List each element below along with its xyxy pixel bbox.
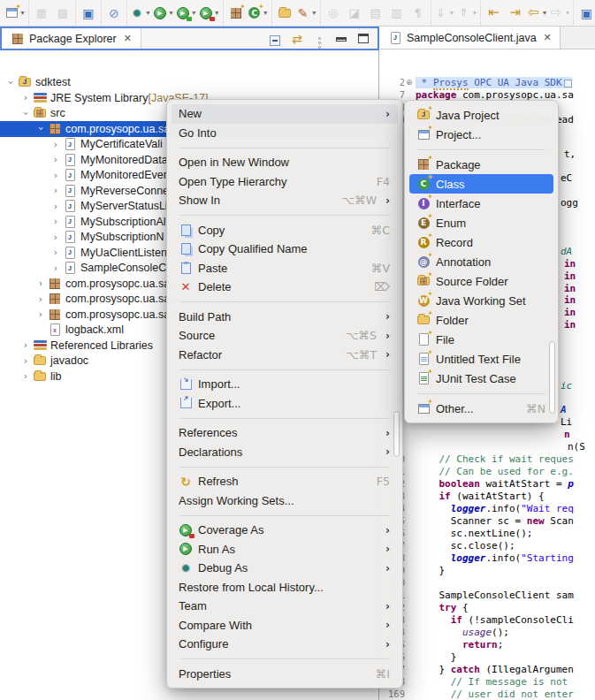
copy-qualified-name-menu-item[interactable]: Copy Qualified Name (172, 240, 398, 259)
annotation-menu-item[interactable]: @✦Annotation (409, 252, 553, 271)
package-explorer-tab[interactable]: Package Explorer ✕ (2, 28, 141, 49)
debug-button[interactable]: ✹▼ (130, 3, 151, 24)
expander-icon[interactable]: › (5, 76, 17, 88)
open-task-button[interactable] (275, 3, 294, 24)
class-menu-item[interactable]: C✦Class (409, 174, 553, 194)
other-menu-item[interactable]: ✦Other...⌘N (409, 399, 553, 418)
expander-icon[interactable]: › (50, 232, 62, 243)
interface-menu-item[interactable]: I✦Interface (409, 194, 553, 213)
open-type-hierarchy-menu-item[interactable]: Open Type HierarchyF4 (172, 172, 398, 192)
java-project-menu-item[interactable]: J✦Java Project (409, 105, 553, 125)
debug-as-menu-item[interactable]: ✹Debug As› (172, 559, 398, 578)
minimize-button[interactable] (334, 29, 348, 49)
expander-icon[interactable]: › (50, 154, 62, 165)
dropdown-caret-icon[interactable]: ▼ (564, 10, 570, 16)
delete-menu-item[interactable]: ✕Delete⌦ (172, 278, 398, 297)
dropdown-caret-icon[interactable]: ▼ (449, 10, 455, 16)
source-menu-item[interactable]: Source⌥⌘S› (172, 326, 398, 346)
profile-button[interactable]: ▶▼ (199, 3, 220, 24)
build-path-menu-item[interactable]: Build Path› (172, 308, 398, 327)
assign-working-sets-menu-item[interactable]: Assign Working Sets... (172, 491, 398, 511)
folder-menu-item[interactable]: ✦Folder (409, 310, 553, 330)
untitled-text-file-menu-item[interactable]: ✦Untitled Text File (409, 349, 553, 369)
expander-icon[interactable]: › (50, 170, 62, 181)
declarations-menu-item[interactable]: Declarations› (172, 443, 398, 462)
package-menu-item[interactable]: ✦Package (409, 155, 553, 174)
expander-icon[interactable]: › (19, 339, 32, 351)
paste-menu-item[interactable]: Paste⌘V (172, 259, 398, 278)
refresh-menu-item[interactable]: ↻RefreshF5 (172, 472, 398, 491)
dropdown-caret-icon[interactable]: ▼ (263, 10, 269, 16)
restore-from-local-history-menu-item[interactable]: Restore from Local History... (172, 578, 398, 597)
expander-icon[interactable]: › (34, 278, 47, 289)
expander-icon[interactable]: › (20, 107, 32, 119)
refactor-menu-item[interactable]: Refactor⌥⌘T› (172, 346, 398, 365)
expander-icon[interactable]: › (50, 201, 62, 212)
go-into-menu-item[interactable]: Go Into (172, 124, 398, 143)
properties-menu-item[interactable]: Properties⌘I (172, 665, 398, 684)
new-submenu-scrollbar[interactable] (549, 341, 555, 414)
dropdown-caret-icon[interactable]: ▼ (191, 10, 197, 16)
dropdown-caret-icon[interactable]: ▼ (168, 10, 174, 16)
file-menu-item[interactable]: ✦File (409, 330, 553, 349)
coverage-as-menu-item[interactable]: ▶Coverage As› (172, 521, 398, 540)
view-menu-button[interactable] (312, 27, 326, 50)
new-java-class-button[interactable]: C✦▼ (248, 3, 269, 24)
search-button[interactable]: ✎▼ (296, 3, 317, 24)
import-menu-item[interactable]: Import... (172, 375, 398, 394)
maximize-button[interactable] (356, 31, 370, 47)
references-menu-item[interactable]: References› (172, 423, 398, 443)
context-menu-scrollbar[interactable] (393, 411, 400, 457)
link-with-editor-button[interactable]: ⇄ (290, 31, 304, 47)
configure-menu-item[interactable]: Configure› (172, 635, 398, 654)
expander-icon[interactable]: › (34, 293, 47, 305)
java-working-set-menu-item[interactable]: W✦Java Working Set (409, 291, 553, 310)
restore-window-button[interactable]: ▣ (576, 3, 595, 24)
expander-icon[interactable]: › (50, 216, 62, 227)
dropdown-caret-icon[interactable]: ▼ (311, 10, 317, 16)
expander-icon[interactable]: › (34, 308, 47, 320)
show-in-menu-item[interactable]: Show In⌥⌘W› (172, 191, 398, 210)
dropdown-caret-icon[interactable]: ▼ (472, 10, 478, 16)
project-menu-item[interactable]: ✦Project... (409, 125, 553, 144)
copy-menu-item[interactable]: Copy⌘C (172, 221, 398, 240)
expander-icon[interactable]: › (19, 92, 32, 103)
expander-icon[interactable]: › (19, 355, 32, 367)
expander-icon[interactable]: › (35, 123, 47, 135)
expander-icon[interactable]: › (50, 262, 62, 274)
expander-icon[interactable]: › (50, 247, 62, 258)
expander-icon[interactable]: › (50, 139, 62, 150)
dropdown-caret-icon[interactable]: ▼ (214, 10, 220, 16)
junit-test-case-menu-item[interactable]: ✦JUnit Test Case (409, 369, 553, 388)
editor-tab[interactable]: J SampleConsoleClient.java ✕ (380, 27, 561, 49)
next-edit-location-button[interactable]: ⇥ (505, 3, 524, 24)
run-button[interactable]: ▶▼ (153, 3, 174, 24)
close-icon[interactable]: ✕ (544, 32, 552, 43)
new-wizard-button[interactable]: ✦▼ (4, 3, 26, 24)
tree-item-sdktest[interactable]: ›Jsdktest (0, 74, 379, 90)
source-folder-menu-item[interactable]: ✦Source Folder (409, 271, 553, 291)
skip-all-breakpoints-button[interactable]: ⊘ (104, 3, 124, 24)
record-menu-item[interactable]: R✦Record (409, 232, 553, 252)
compare-with-menu-item[interactable]: Compare With› (172, 616, 398, 635)
folded-region-icon[interactable] (564, 80, 572, 88)
enum-menu-item[interactable]: E✦Enum (409, 213, 553, 232)
back-history-button[interactable]: ⇦▼ (526, 3, 547, 24)
last-edit-location-button[interactable]: ⇤ (484, 3, 503, 24)
open-in-new-window-menu-item[interactable]: Open in New Window (172, 153, 398, 172)
close-icon[interactable]: ✕ (124, 33, 132, 44)
expander-icon[interactable]: › (50, 185, 62, 196)
dropdown-caret-icon[interactable]: ▼ (19, 10, 26, 16)
open-console-button[interactable]: ▣ (79, 3, 98, 24)
collapse-all-button[interactable] (268, 29, 282, 48)
coverage-button[interactable]: ▶▼ (176, 3, 197, 24)
fold-marker-icon[interactable]: ⊕ (406, 77, 413, 88)
team-menu-item[interactable]: Team› (172, 597, 398, 616)
export-menu-item[interactable]: Export... (172, 394, 398, 414)
dropdown-caret-icon[interactable]: ▼ (145, 10, 151, 16)
new-java-package-button[interactable]: ✦ (226, 3, 246, 24)
expander-icon[interactable]: › (19, 370, 32, 382)
run-as-menu-item[interactable]: ▶Run As› (172, 540, 398, 559)
dropdown-caret-icon[interactable]: ▼ (541, 10, 547, 16)
new-menu-item[interactable]: New› (172, 104, 398, 124)
